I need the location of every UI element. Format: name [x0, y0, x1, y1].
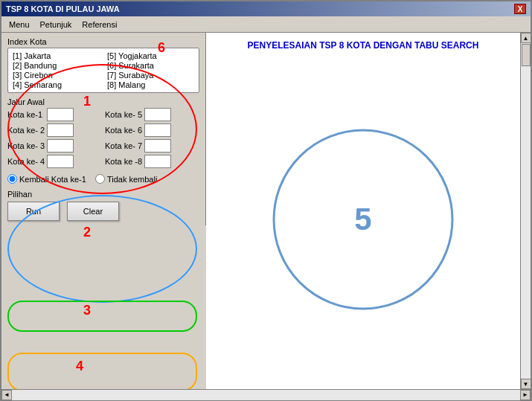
input-kota-7[interactable] [144, 139, 171, 153]
pilihan-label: Pilihan [7, 190, 199, 199]
circle-number: 5 [354, 202, 371, 237]
menu-item-menu[interactable]: Menu [4, 19, 34, 30]
window-title: TSP 8 KOTA DI PULAU JAWA [6, 4, 120, 13]
city-input-row-7: Kota ke- 7 [105, 139, 199, 153]
scroll-track [521, 43, 531, 379]
radio-tidak-label: Tidak kembali [107, 175, 157, 184]
scroll-down-button[interactable]: ▼ [521, 379, 531, 389]
radio-tidak[interactable]: Tidak kembali [95, 174, 157, 184]
index-grid: [1] Jakarta [5] Yogjakarta [2] Bandung [… [13, 51, 194, 89]
jalur-section: Jalur Awal Kota ke-1 Kota ke- 2 [7, 97, 199, 168]
label-kota-8: Kota ke -8 [105, 157, 142, 166]
scroll-up-button[interactable]: ▲ [521, 33, 531, 43]
input-kota-8[interactable] [144, 155, 171, 168]
index-section: Index Kota [1] Jakarta [5] Yogjakarta [2… [7, 37, 199, 93]
city-input-row-8: Kota ke -8 [105, 155, 199, 168]
city-1: [1] Jakarta [13, 51, 100, 60]
label-kota-6: Kota ke- 6 [105, 126, 142, 135]
left-panel: Index Kota [1] Jakarta [5] Yogjakarta [2… [1, 33, 206, 225]
city-8: [8] Malang [107, 80, 194, 89]
radio-kembali[interactable]: Kembali Kota ke-1 [7, 174, 86, 184]
input-kota-6[interactable] [144, 123, 171, 137]
scrollbar-bottom[interactable]: ◄ ► [1, 389, 531, 400]
input-kota-4[interactable] [47, 155, 74, 168]
menu-bar: Menu Petunjuk Referensi [1, 16, 531, 33]
city-input-row-4: Kota ke- 4 [7, 155, 102, 168]
city-7-num: [7] Surabaya [107, 71, 153, 80]
label-kota-7: Kota ke- 7 [105, 141, 142, 150]
index-box: [1] Jakarta [5] Yogjakarta [2] Bandung [… [7, 48, 199, 93]
title-bar: TSP 8 KOTA DI PULAU JAWA X [1, 1, 531, 16]
city-input-row-6: Kota ke- 6 [105, 123, 199, 137]
scrollbar-right[interactable]: ▲ ▼ [520, 33, 531, 389]
left-panel-wrapper: Index Kota [1] Jakarta [5] Yogjakarta [2… [1, 33, 206, 389]
hscroll-track [12, 390, 520, 400]
annotation-label-3: 3 [83, 303, 91, 318]
city-2: [2] Bandung [13, 61, 100, 70]
city-1-num: [1] Jakarta [13, 51, 51, 60]
label-kota-3: Kota ke- 3 [7, 141, 45, 150]
radio-kembali-input[interactable] [7, 174, 17, 184]
label-kota-1: Kota ke-1 [7, 110, 45, 119]
city-7: [7] Surabaya [107, 71, 194, 80]
scroll-left-button[interactable]: ◄ [1, 390, 12, 400]
index-label: Index Kota [7, 37, 199, 46]
right-panel: PENYELESAIAN TSP 8 KOTA DENGAN TABU SEAR… [206, 33, 520, 389]
menu-item-petunjuk[interactable]: Petunjuk [36, 19, 77, 30]
city-input-row-2: Kota ke- 2 [7, 123, 102, 137]
chart-title: PENYELESAIAN TSP 8 KOTA DENGAN TABU SEAR… [248, 40, 479, 51]
annotation-label-4: 4 [76, 359, 83, 374]
city-3: [3] Cirebon [13, 71, 100, 80]
close-button[interactable]: X [514, 4, 526, 14]
scroll-thumb[interactable] [522, 44, 531, 66]
input-grid: Kota ke-1 Kota ke- 2 Kota ke- 3 [7, 108, 199, 168]
city-5: [5] Yogjakarta [107, 51, 194, 60]
radio-kembali-label: Kembali Kota ke-1 [19, 175, 86, 184]
main-window: TSP 8 KOTA DI PULAU JAWA X Menu Petunjuk… [0, 0, 532, 401]
city-2-num: [2] Bandung [13, 61, 57, 70]
label-kota-2: Kota ke- 2 [7, 126, 45, 135]
city-input-row-5: Kota ke- 5 [105, 108, 199, 121]
label-kota-5: Kota ke- 5 [105, 110, 142, 119]
scroll-right-button[interactable]: ► [520, 390, 531, 400]
input-kota-5[interactable] [144, 108, 171, 121]
radio-section: Kembali Kota ke-1 Tidak kembali [7, 174, 199, 184]
main-content: Index Kota [1] Jakarta [5] Yogjakarta [2… [1, 33, 531, 389]
city-4: [4] Semarang [13, 80, 100, 89]
input-kota-2[interactable] [47, 123, 74, 137]
city-6: [6] Surakarta [107, 61, 194, 70]
chart-area: 5 [214, 57, 513, 382]
city-4-num: [4] Semarang [13, 80, 62, 89]
annotation-yellow-circle [7, 353, 197, 389]
run-button[interactable]: Run [7, 202, 60, 221]
radio-tidak-input[interactable] [95, 174, 105, 184]
label-kota-4: Kota ke- 4 [7, 157, 45, 166]
city-input-row-1: Kota ke-1 [7, 108, 102, 121]
city-6-num: [6] Surakarta [107, 61, 154, 70]
city-5-num: [5] Yogjakarta [107, 51, 157, 60]
circle-container: 5 [266, 115, 460, 324]
input-kota-3[interactable] [47, 139, 74, 153]
city-8-num: [8] Malang [107, 80, 145, 89]
input-kota-1[interactable] [47, 108, 74, 121]
annotation-green-circle [7, 301, 197, 332]
city-input-row-3: Kota ke- 3 [7, 139, 102, 153]
annotation-label-2: 2 [83, 225, 91, 240]
jalur-label: Jalur Awal [7, 97, 199, 106]
left-inputs: Kota ke-1 Kota ke- 2 Kota ke- 3 [7, 108, 102, 168]
right-inputs: Kota ke- 5 Kota ke- 6 Kota ke- 7 [105, 108, 199, 168]
menu-item-referensi[interactable]: Referensi [77, 19, 121, 30]
button-row: Run Clear [7, 202, 199, 221]
pilihan-section: Pilihan Run Clear [7, 190, 199, 221]
city-3-num: [3] Cirebon [13, 71, 53, 80]
clear-button[interactable]: Clear [67, 202, 119, 221]
